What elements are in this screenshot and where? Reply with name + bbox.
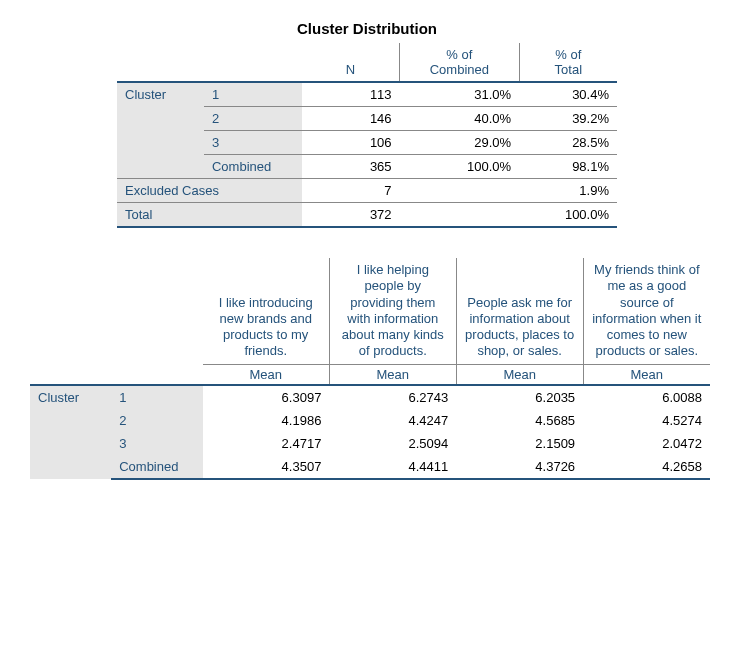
table-row: Excluded Cases 7 1.9% (117, 179, 617, 203)
stub-combined: Combined (204, 155, 302, 179)
stub-cluster: Cluster (30, 385, 111, 479)
col-pct-combined: % of Combined (400, 43, 520, 82)
stub-combined: Combined (111, 455, 202, 479)
col-n: N (302, 43, 400, 82)
cell: 6.3097 (203, 385, 330, 409)
stat-label: Mean (583, 364, 710, 385)
cell (400, 179, 520, 203)
stub-total: Total (117, 203, 302, 228)
col-pct-total: % of Total (519, 43, 617, 82)
stat-label-row: Mean Mean Mean Mean (30, 364, 710, 385)
variable-header-row: I like introducing new brands and produc… (30, 258, 710, 364)
cell: 365 (302, 155, 400, 179)
stub-3: 3 (204, 131, 302, 155)
var2-label: I like helping people by providing them … (329, 258, 456, 364)
table-row: Total 372 100.0% (117, 203, 617, 228)
cell: 40.0% (400, 107, 520, 131)
var1-label: I like introducing new brands and produc… (203, 258, 330, 364)
cell: 4.4411 (329, 455, 456, 479)
cell: 4.2658 (583, 455, 710, 479)
table-row: Combined 4.3507 4.4411 4.3726 4.2658 (30, 455, 710, 479)
cell: 146 (302, 107, 400, 131)
stub-2: 2 (111, 409, 202, 432)
stub-excluded: Excluded Cases (117, 179, 302, 203)
column-header-row: N % of Combined % of Total (117, 43, 617, 82)
cell: 6.2035 (456, 385, 583, 409)
cell: 29.0% (400, 131, 520, 155)
cell: 39.2% (519, 107, 617, 131)
cluster-means-table: I like introducing new brands and produc… (30, 258, 710, 480)
cell: 28.5% (519, 131, 617, 155)
cluster-distribution-table: N % of Combined % of Total Cluster 1 113… (117, 43, 617, 228)
page-title: Cluster Distribution (30, 20, 704, 37)
cell: 2.4717 (203, 432, 330, 455)
cell: 2.1509 (456, 432, 583, 455)
cell: 106 (302, 131, 400, 155)
cell: 100.0% (400, 155, 520, 179)
stat-label: Mean (456, 364, 583, 385)
stub-cluster: Cluster (117, 82, 204, 179)
stub-1: 1 (204, 82, 302, 107)
cell: 4.5274 (583, 409, 710, 432)
stub-1: 1 (111, 385, 202, 409)
table-row: 2 4.1986 4.4247 4.5685 4.5274 (30, 409, 710, 432)
var4-label: My friends think of me as a good source … (583, 258, 710, 364)
cell: 31.0% (400, 82, 520, 107)
cell: 7 (302, 179, 400, 203)
cell: 100.0% (519, 203, 617, 228)
cell: 98.1% (519, 155, 617, 179)
stat-label: Mean (329, 364, 456, 385)
cell: 30.4% (519, 82, 617, 107)
table-row: Cluster 1 113 31.0% 30.4% (117, 82, 617, 107)
table-row: Cluster 1 6.3097 6.2743 6.2035 6.0088 (30, 385, 710, 409)
cell: 2.5094 (329, 432, 456, 455)
cell: 372 (302, 203, 400, 228)
var3-label: People ask me for information about prod… (456, 258, 583, 364)
table-row: 3 2.4717 2.5094 2.1509 2.0472 (30, 432, 710, 455)
stub-2: 2 (204, 107, 302, 131)
cell: 4.1986 (203, 409, 330, 432)
stub-3: 3 (111, 432, 202, 455)
cell: 113 (302, 82, 400, 107)
cell: 6.0088 (583, 385, 710, 409)
stat-label: Mean (203, 364, 330, 385)
cell: 4.3507 (203, 455, 330, 479)
cell (400, 203, 520, 228)
cell: 2.0472 (583, 432, 710, 455)
cell: 1.9% (519, 179, 617, 203)
cell: 4.4247 (329, 409, 456, 432)
cell: 4.5685 (456, 409, 583, 432)
cell: 4.3726 (456, 455, 583, 479)
cell: 6.2743 (329, 385, 456, 409)
